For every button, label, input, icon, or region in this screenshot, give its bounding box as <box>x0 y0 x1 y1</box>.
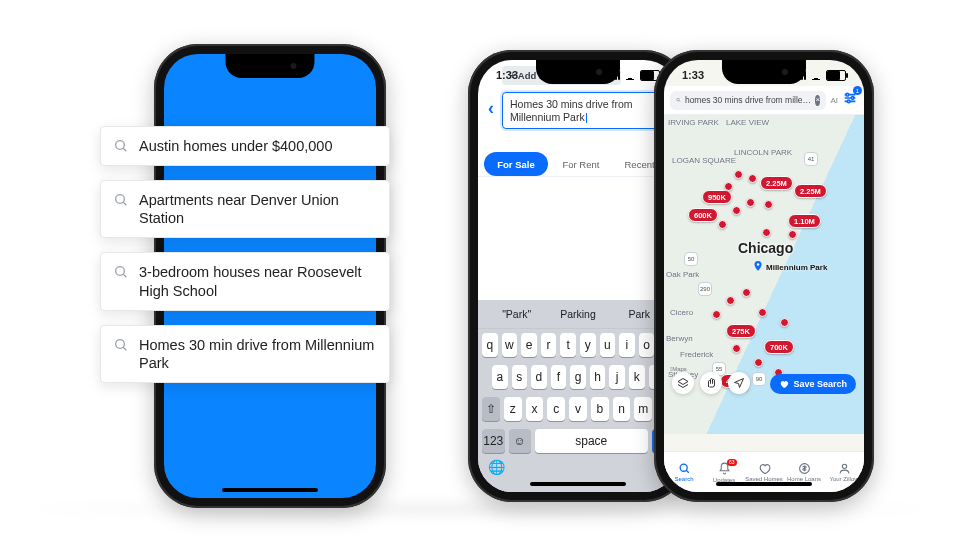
key-w[interactable]: w <box>502 333 518 357</box>
pin-icon <box>752 260 764 272</box>
listing-dot[interactable] <box>746 198 755 207</box>
listing-price-pin[interactable]: 1.10M <box>788 214 821 228</box>
key-m[interactable]: m <box>634 397 652 421</box>
filters-button[interactable]: 1 <box>842 90 858 110</box>
map-neighborhood-label: LOGAN SQUARE <box>672 156 736 165</box>
listing-price-pin[interactable]: 2.25M <box>760 176 793 190</box>
search-icon <box>113 192 129 208</box>
svg-point-21 <box>842 464 846 468</box>
listing-dot[interactable] <box>732 206 741 215</box>
updates-badge: 63 <box>727 459 737 466</box>
key-e[interactable]: e <box>521 333 537 357</box>
listing-dot[interactable] <box>764 200 773 209</box>
tab-home-loans[interactable]: Home Loans <box>784 452 824 492</box>
key-j[interactable]: j <box>609 365 625 389</box>
listing-dot[interactable] <box>724 182 733 191</box>
key-s[interactable]: s <box>512 365 528 389</box>
key-123[interactable]: 123 <box>482 429 505 453</box>
key-g[interactable]: g <box>570 365 586 389</box>
key-y[interactable]: y <box>580 333 596 357</box>
globe-icon[interactable]: 🌐 <box>488 459 505 475</box>
key-emoji[interactable]: ☺ <box>509 429 532 453</box>
listing-dot[interactable] <box>788 230 797 239</box>
example-query-text: 3-bedroom houses near Roosevelt High Sch… <box>139 263 377 299</box>
save-search-button[interactable]: Save Search <box>770 374 856 394</box>
keyboard-predictions: "Park" Parking Park <box>478 300 678 329</box>
key-v[interactable]: v <box>569 397 587 421</box>
listing-dot[interactable] <box>780 318 789 327</box>
listing-price-pin[interactable]: 275K <box>726 324 756 338</box>
listing-dot[interactable] <box>712 310 721 319</box>
clear-search-icon[interactable]: × <box>815 95 820 106</box>
listing-price-pin[interactable]: 600K <box>688 208 718 222</box>
tab-updates[interactable]: 63 Updates <box>704 452 744 492</box>
key-c[interactable]: c <box>547 397 565 421</box>
svg-line-5 <box>123 275 126 278</box>
listing-dot[interactable] <box>762 228 771 237</box>
route-shield: 290 <box>698 282 712 296</box>
phone-map-results: 1:33 ◀ homes 30 mins drive from mille… ×… <box>654 50 874 502</box>
map-attribution: Maps <box>670 366 687 372</box>
search-header: ‹ Homes 30 mins drive from Millennium Pa… <box>478 88 678 129</box>
example-query-card[interactable]: Apartments near Denver Union Station <box>100 180 390 238</box>
back-button[interactable]: ‹ <box>486 92 496 125</box>
key-o[interactable]: o <box>639 333 655 357</box>
example-query-text: Homes 30 min drive from Millennium Park <box>139 336 377 372</box>
key-d[interactable]: d <box>531 365 547 389</box>
map-layers-button[interactable] <box>672 372 694 394</box>
listing-dot[interactable] <box>726 296 735 305</box>
listing-dot[interactable] <box>734 170 743 179</box>
svg-line-1 <box>123 148 126 151</box>
svg-point-13 <box>846 93 849 96</box>
prediction[interactable]: "Park" <box>486 308 547 320</box>
svg-point-6 <box>116 339 125 348</box>
listing-price-pin[interactable]: 2.25M <box>794 184 827 198</box>
map-search-input[interactable]: homes 30 mins drive from mille… × <box>670 91 826 110</box>
listing-dot[interactable] <box>718 220 727 229</box>
route-shield: 50 <box>684 252 698 266</box>
segment-for-rent[interactable]: For Rent <box>552 152 610 176</box>
example-query-card[interactable]: Austin homes under $400,000 <box>100 126 390 166</box>
key-i[interactable]: i <box>619 333 635 357</box>
key-x[interactable]: x <box>526 397 544 421</box>
home-indicator <box>222 488 318 492</box>
example-query-card[interactable]: Homes 30 min drive from Millennium Park <box>100 325 390 383</box>
listing-dot[interactable] <box>732 344 741 353</box>
svg-point-18 <box>680 464 687 471</box>
key-n[interactable]: n <box>613 397 631 421</box>
notch <box>225 54 314 78</box>
key-a[interactable]: a <box>492 365 508 389</box>
ai-badge: AI <box>830 96 838 105</box>
listing-dot[interactable] <box>748 174 757 183</box>
map-canvas[interactable]: LAKE VIEW LINCOLN PARK LOGAN SQUARE IRVI… <box>664 112 864 434</box>
map-draw-button[interactable] <box>700 372 722 394</box>
key-shift[interactable]: ⇧ <box>482 397 500 421</box>
key-q[interactable]: q <box>482 333 498 357</box>
example-query-card[interactable]: 3-bedroom houses near Roosevelt High Sch… <box>100 252 390 310</box>
segment-for-sale[interactable]: For Sale <box>484 152 548 176</box>
listing-dot[interactable] <box>754 358 763 367</box>
listing-dot[interactable] <box>742 288 751 297</box>
key-t[interactable]: t <box>560 333 576 357</box>
key-f[interactable]: f <box>551 365 567 389</box>
tab-your-zillow[interactable]: Your Zillow <box>824 452 864 492</box>
key-u[interactable]: u <box>600 333 616 357</box>
search-input[interactable]: Homes 30 mins drive from Millennium Park <box>502 92 670 129</box>
prediction[interactable]: Parking <box>547 308 608 320</box>
key-h[interactable]: h <box>590 365 606 389</box>
key-r[interactable]: r <box>541 333 557 357</box>
key-k[interactable]: k <box>629 365 645 389</box>
listing-dot[interactable] <box>758 308 767 317</box>
key-z[interactable]: z <box>504 397 522 421</box>
route-shield: 90 <box>752 372 766 386</box>
listing-price-pin[interactable]: 700K <box>764 340 794 354</box>
listing-price-pin[interactable]: 950K <box>702 190 732 204</box>
map-locate-button[interactable] <box>728 372 750 394</box>
key-b[interactable]: b <box>591 397 609 421</box>
tab-saved-homes[interactable]: Saved Homes <box>744 452 784 492</box>
search-icon <box>113 138 129 154</box>
search-icon <box>113 264 129 280</box>
key-space[interactable]: space <box>535 429 648 453</box>
ios-keyboard: "Park" Parking Park qwertyuiop asdfghjkl… <box>478 300 678 492</box>
tab-search[interactable]: Search <box>664 452 704 492</box>
